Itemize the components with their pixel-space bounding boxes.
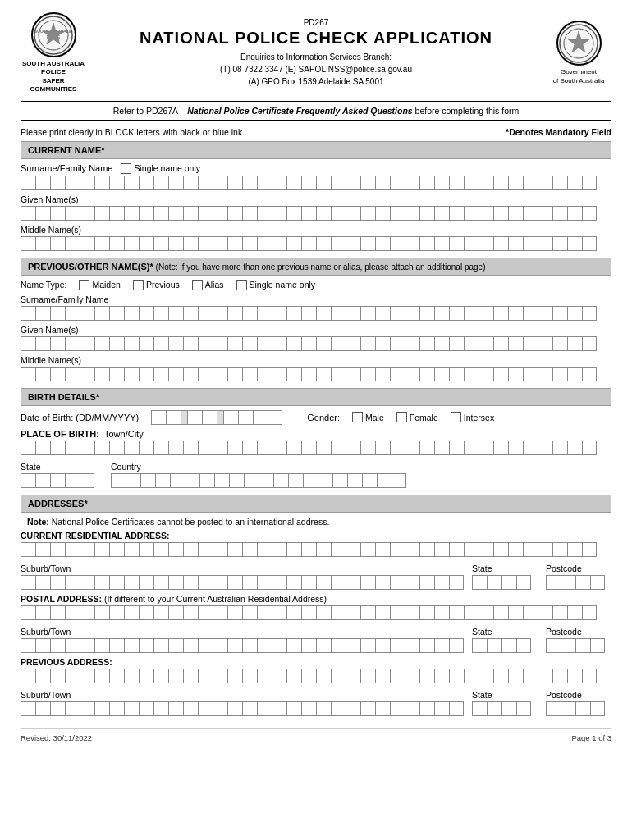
char-box[interactable] [567,441,582,455]
char-box[interactable] [50,367,65,381]
char-box[interactable] [301,638,316,653]
char-box[interactable] [94,542,109,557]
char-box[interactable] [65,669,80,683]
char-box[interactable] [272,701,286,716]
char-box[interactable] [183,367,198,381]
char-box[interactable] [493,306,508,321]
char-box[interactable] [449,367,464,381]
char-box[interactable] [419,701,434,716]
char-box[interactable] [286,542,301,557]
char-box[interactable] [227,701,242,716]
char-box[interactable] [272,206,286,221]
char-box[interactable] [153,306,168,321]
char-box[interactable] [552,367,567,381]
char-box[interactable] [449,441,464,455]
char-box[interactable] [346,441,360,455]
char-box[interactable] [567,367,582,381]
char-box[interactable] [50,206,65,221]
char-box[interactable] [331,206,346,221]
char-box[interactable] [301,605,316,620]
char-box[interactable] [538,336,552,351]
char-box[interactable] [213,367,227,381]
char-box[interactable] [434,206,449,221]
char-box[interactable] [139,605,153,620]
dob-box[interactable] [268,410,282,425]
single-name-checkbox[interactable] [121,163,131,174]
char-box[interactable] [360,206,375,221]
char-box[interactable] [80,701,94,716]
char-box[interactable] [472,701,487,716]
char-box[interactable] [523,441,538,455]
char-box[interactable] [419,669,434,683]
char-box[interactable] [464,669,479,683]
current-given-names-input[interactable] [21,206,611,221]
char-box[interactable] [257,236,272,251]
char-box[interactable] [493,605,508,620]
char-box[interactable] [183,542,198,557]
char-box[interactable] [419,236,434,251]
char-box[interactable] [523,542,538,557]
char-box[interactable] [153,542,168,557]
char-box[interactable] [80,638,94,653]
char-box[interactable] [316,306,331,321]
char-box[interactable] [449,206,464,221]
char-box[interactable] [582,367,597,381]
char-box[interactable] [575,638,590,653]
char-box[interactable] [227,367,242,381]
char-box[interactable] [390,701,405,716]
char-box[interactable] [170,473,185,488]
char-box[interactable] [168,306,183,321]
char-box[interactable] [286,441,301,455]
char-box[interactable] [538,367,552,381]
char-box[interactable] [362,473,377,488]
char-box[interactable] [523,367,538,381]
char-box[interactable] [508,306,523,321]
char-box[interactable] [109,441,124,455]
char-box[interactable] [346,542,360,557]
char-box[interactable] [405,441,419,455]
char-box[interactable] [449,236,464,251]
char-box[interactable] [168,336,183,351]
char-box[interactable] [50,542,65,557]
char-box[interactable] [94,176,109,190]
char-box[interactable] [346,306,360,321]
char-box[interactable] [242,336,257,351]
char-box[interactable] [139,701,153,716]
char-box[interactable] [213,176,227,190]
char-box[interactable] [434,367,449,381]
char-box[interactable] [257,367,272,381]
char-box[interactable] [375,306,390,321]
char-box[interactable] [257,206,272,221]
char-box[interactable] [346,336,360,351]
char-box[interactable] [301,575,316,590]
char-box[interactable] [109,306,124,321]
char-box[interactable] [35,236,50,251]
char-box[interactable] [419,306,434,321]
char-box[interactable] [183,236,198,251]
char-box[interactable] [375,669,390,683]
char-box[interactable] [153,605,168,620]
char-box[interactable] [199,473,214,488]
char-box[interactable] [80,605,94,620]
char-box[interactable] [242,542,257,557]
char-box[interactable] [487,575,501,590]
char-box[interactable] [272,669,286,683]
prev-single-name-checkbox[interactable] [236,280,247,290]
dob-box[interactable] [223,410,238,425]
char-box[interactable] [183,701,198,716]
char-box[interactable] [94,441,109,455]
char-box[interactable] [538,306,552,321]
char-box[interactable] [567,605,582,620]
char-box[interactable] [316,669,331,683]
char-box[interactable] [434,575,449,590]
char-box[interactable] [375,542,390,557]
char-box[interactable] [94,669,109,683]
char-box[interactable] [405,638,419,653]
char-box[interactable] [567,336,582,351]
char-box[interactable] [590,575,605,590]
char-box[interactable] [21,605,35,620]
char-box[interactable] [286,605,301,620]
char-box[interactable] [582,441,597,455]
char-box[interactable] [464,236,479,251]
char-box[interactable] [139,306,153,321]
